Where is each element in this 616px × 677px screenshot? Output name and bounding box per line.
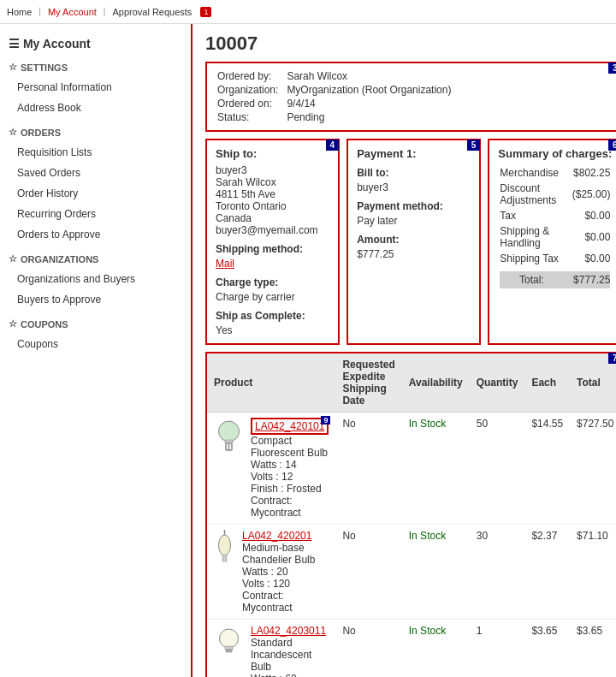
charge-value: ($25.00): [572, 181, 611, 207]
bill-to-label: Bill to:: [357, 167, 471, 179]
expedite-cell: No: [335, 413, 401, 525]
product-watts: Watts : 20: [242, 566, 329, 578]
each-cell: $14.55: [524, 413, 570, 525]
product-desc: Compact Fluorescent Bulb: [251, 435, 329, 459]
expedite-cell: No: [335, 620, 401, 678]
ship-complete-value: Yes: [216, 324, 329, 336]
quantity-cell: 1: [470, 620, 525, 678]
charge-row: Shipping Tax$0.00: [500, 252, 610, 265]
svg-rect-11: [225, 646, 233, 650]
product-image: [214, 530, 235, 571]
coupons-header: ☆ COUPONS: [0, 314, 191, 334]
total-cell: $71.10: [570, 525, 616, 620]
charges-table: Merchandise$802.25Discount Adjustments($…: [498, 164, 612, 291]
sidebar-item-order-history[interactable]: Order History: [0, 183, 191, 204]
sidebar-item-recurring-orders[interactable]: Recurring Orders: [0, 204, 191, 224]
sidebar-item-address-book[interactable]: Address Book: [0, 98, 191, 118]
payment-title: Payment 1:: [357, 147, 471, 160]
table-row: LA042_4203011 Standard Incandescent Bulb…: [207, 620, 616, 678]
amount-label: Amount:: [357, 234, 471, 246]
bill-to-value: buyer3: [357, 181, 471, 193]
table-row: 9 LA042_420101 Compact Fluorescent Bulb …: [207, 413, 616, 525]
nav-home[interactable]: Home: [0, 3, 38, 21]
charge-total-row: Total: $777.25: [500, 267, 610, 289]
charge-type-label: Charge type:: [216, 276, 329, 288]
product-cell: LA042_4203011 Standard Incandescent Bulb…: [207, 620, 335, 678]
table-row: LA042_420201 Medium-base Chandelier Bulb…: [207, 525, 616, 620]
svg-point-0: [219, 421, 240, 442]
charge-value: $0.00: [572, 252, 611, 265]
organization-value: MyOrganization (Root Organization): [287, 84, 610, 96]
ordered-on-value: 9/4/14: [287, 98, 610, 110]
svg-point-10: [220, 629, 239, 648]
product-contract: Contract: Mycontract: [251, 495, 329, 519]
product-volts: Volts : 120: [242, 578, 329, 590]
total-cell: $3.65: [570, 620, 616, 678]
ship-complete-label: Ship as Complete:: [216, 310, 329, 322]
quantity-cell: 30: [470, 525, 525, 620]
gear-icon-coupons: ☆: [9, 318, 17, 330]
col-product: Product: [207, 353, 335, 413]
products-badge: 7: [608, 353, 616, 364]
col-each: Each: [524, 353, 570, 413]
product-cell: 9 LA042_420101 Compact Fluorescent Bulb …: [207, 413, 335, 525]
charge-value: $0.00: [572, 224, 611, 250]
col-expedite: Requested ExpediteShippingDate: [335, 353, 401, 413]
nav-my-account[interactable]: My Account: [41, 3, 104, 21]
product-sku-link[interactable]: LA042_420101: [251, 418, 329, 435]
sidebar-item-orgs-and-buyers[interactable]: Organizations and Buyers: [0, 269, 191, 289]
products-section: 7 Product Requested ExpediteShippingDate…: [205, 352, 616, 677]
charge-value: $0.00: [572, 209, 611, 223]
nav-approval-requests[interactable]: Approval Requests: [105, 3, 198, 21]
ship-country: Canada: [216, 212, 329, 224]
availability-cell: In Stock: [402, 413, 470, 525]
approval-badge: 1: [200, 7, 211, 17]
each-cell: $2.37: [524, 525, 570, 620]
order-info-section: 3 Ordered by: Sarah Wilcox Organization:…: [205, 62, 616, 132]
organizations-header: ☆ ORGANIZATIONS: [0, 249, 191, 269]
sidebar-item-orders-to-approve[interactable]: Orders to Approve: [0, 224, 191, 245]
charge-label: Merchandise: [500, 166, 570, 180]
sidebar-item-buyers-to-approve[interactable]: Buyers to Approve: [0, 289, 191, 310]
sidebar: ☰ My Account ☆ SETTINGS Personal Informa…: [0, 24, 192, 677]
sidebar-section-settings: ☆ SETTINGS Personal Information Address …: [0, 57, 191, 118]
availability-cell: In Stock: [402, 525, 470, 620]
top-nav: Home | My Account | Approval Requests 1: [0, 0, 616, 24]
ordered-by-label: Ordered by:: [217, 70, 278, 82]
payment-method-label: Payment method:: [357, 200, 471, 212]
sidebar-title: ☰ My Account: [0, 33, 191, 57]
amount-value: $777.25: [357, 248, 471, 260]
svg-rect-8: [222, 555, 227, 561]
svg-rect-12: [226, 650, 232, 652]
shipping-method-link[interactable]: Mail: [216, 258, 329, 270]
ordered-on-label: Ordered on:: [217, 98, 278, 110]
sidebar-section-coupons: ☆ COUPONS Coupons: [0, 314, 191, 354]
gear-icon: ☆: [9, 62, 17, 73]
ship-name: Sarah Wilcox: [216, 176, 329, 188]
sidebar-item-saved-orders[interactable]: Saved Orders: [0, 163, 191, 183]
ship-city: Toronto Ontario: [216, 200, 329, 212]
payment-box: 5 Payment 1: Bill to: buyer3 Payment met…: [346, 139, 481, 345]
order-info-badge: 3: [608, 62, 616, 74]
sidebar-item-requisition-lists[interactable]: Requisition Lists: [0, 142, 191, 163]
organization-label: Organization:: [217, 84, 278, 96]
sidebar-item-coupons[interactable]: Coupons: [0, 334, 191, 354]
charge-label: Shipping & Handling: [500, 224, 570, 250]
product-info: LA042_4203011 Standard Incandescent Bulb…: [251, 625, 329, 677]
svg-rect-1: [225, 440, 233, 442]
product-desc: Standard Incandescent Bulb: [251, 637, 329, 673]
product-sku-link[interactable]: LA042_420201: [242, 530, 311, 542]
shipping-method-label: Shipping method:: [216, 243, 329, 255]
product-finish: Finish : Frosted: [251, 483, 329, 495]
product-sku-link[interactable]: LA042_4203011: [251, 625, 326, 637]
charges-badge: 6: [608, 140, 616, 151]
charge-value: $802.25: [572, 166, 611, 180]
sidebar-item-personal-info[interactable]: Personal Information: [0, 77, 191, 98]
ship-buyer: buyer3: [216, 164, 329, 176]
products-table: Product Requested ExpediteShippingDate A…: [207, 353, 616, 677]
charges-box: 6 Summary of charges: Merchandise$802.25…: [488, 139, 616, 345]
product-volts: Volts : 12: [251, 471, 329, 483]
ordered-by-value: Sarah Wilcox: [287, 70, 610, 82]
status-label: Status:: [217, 111, 278, 123]
charge-label: Shipping Tax: [500, 252, 570, 265]
